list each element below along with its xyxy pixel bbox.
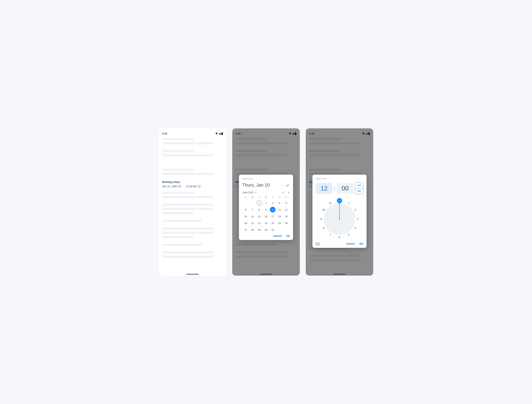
signal-icon bbox=[218, 133, 221, 135]
ok-button[interactable]: OK bbox=[359, 242, 363, 245]
calendar-day[interactable]: 3 bbox=[270, 200, 276, 206]
calendar-day[interactable]: 20 bbox=[243, 220, 248, 226]
clock-hand bbox=[339, 203, 340, 219]
calendar-day[interactable]: 15 bbox=[256, 214, 262, 219]
prev-month-button[interactable] bbox=[282, 191, 284, 194]
cancel-button[interactable]: Cancel bbox=[346, 242, 355, 245]
calendar-day[interactable]: 31 bbox=[270, 227, 276, 233]
status-icons bbox=[289, 132, 296, 135]
signal-icon bbox=[365, 133, 368, 135]
clock-number[interactable]: 1 bbox=[346, 201, 351, 206]
status-bar: 9:30 bbox=[306, 128, 373, 137]
signal-icon bbox=[292, 133, 294, 135]
wifi-icon bbox=[215, 133, 218, 135]
modal-actions: Cancel Ok bbox=[242, 234, 290, 237]
calendar-day[interactable]: 24 bbox=[270, 220, 276, 226]
home-indicator bbox=[186, 274, 199, 274]
calendar-day[interactable]: 25 bbox=[277, 220, 282, 226]
modal-headline: Thurs, Jan 10 bbox=[242, 183, 270, 188]
month-label: June 2021 bbox=[242, 191, 254, 194]
clock-number[interactable]: 9 bbox=[319, 216, 324, 221]
clock-number[interactable]: 8 bbox=[321, 226, 326, 231]
clock-number[interactable]: 12 bbox=[337, 198, 342, 203]
date-button[interactable]: Jan 10, 1980 bbox=[162, 185, 181, 188]
home-indicator bbox=[333, 274, 346, 274]
calendar-day[interactable]: 21 bbox=[250, 220, 255, 226]
calendar-day[interactable]: 10 bbox=[270, 207, 276, 212]
calendar-day[interactable]: 30 bbox=[263, 227, 269, 233]
status-time: 9:30 bbox=[309, 132, 314, 135]
time-value: 12:00 AM bbox=[186, 185, 197, 188]
clock-center bbox=[339, 218, 340, 220]
clock[interactable]: 121234567891011 bbox=[318, 197, 361, 240]
calendar-day[interactable]: 4 bbox=[277, 200, 282, 206]
calendar-day[interactable]: 6 bbox=[243, 207, 248, 212]
calendar-day[interactable]: 19 bbox=[284, 214, 289, 219]
calendar-day[interactable]: 8 bbox=[256, 207, 262, 212]
minute-box[interactable]: 00 bbox=[337, 183, 353, 194]
battery-icon bbox=[368, 132, 370, 135]
clock-number[interactable]: 5 bbox=[346, 232, 351, 237]
clock-number[interactable]: 3 bbox=[355, 216, 360, 221]
month-nav: June 2021 bbox=[242, 191, 290, 194]
clock-number[interactable]: 10 bbox=[321, 207, 326, 212]
clock-icon bbox=[198, 185, 201, 188]
am-button[interactable]: AM bbox=[355, 183, 363, 188]
date-value: Jan 10, 1980 bbox=[162, 185, 177, 188]
calendar-day[interactable]: 29 bbox=[256, 227, 262, 233]
battery-icon bbox=[221, 132, 223, 135]
clock-number[interactable]: 11 bbox=[328, 201, 333, 206]
calendar-day[interactable]: 27 bbox=[243, 227, 248, 233]
clock-number[interactable]: 4 bbox=[353, 226, 358, 231]
calendar-day[interactable]: 17 bbox=[270, 214, 276, 219]
chevron-down-icon bbox=[255, 192, 257, 193]
month-dropdown[interactable]: June 2021 bbox=[242, 191, 257, 194]
calendar-dow: S M T W T F S bbox=[242, 196, 290, 199]
clock-number[interactable]: 7 bbox=[328, 232, 333, 237]
time-picker-modal: Select Time 12 : 00 AM PM 12123456789101… bbox=[312, 175, 367, 248]
calendar-day[interactable]: 23 bbox=[263, 220, 269, 226]
datetime-row: Jan 10, 1980 12:00 AM bbox=[162, 185, 223, 188]
calendar-day[interactable]: 26 bbox=[284, 220, 289, 226]
status-icons bbox=[215, 132, 223, 135]
edit-icon[interactable] bbox=[286, 183, 290, 187]
keyboard-icon[interactable] bbox=[316, 242, 319, 245]
modal-headline-row: Thurs, Jan 10 bbox=[242, 183, 290, 188]
status-time: 9:30 bbox=[236, 132, 241, 135]
calendar-day[interactable]: 13 bbox=[243, 214, 248, 219]
time-button[interactable]: 12:00 AM bbox=[186, 185, 201, 188]
modal-eyebrow: Select Date bbox=[242, 177, 290, 180]
next-month-button[interactable] bbox=[287, 191, 290, 194]
calendar-day[interactable]: 14 bbox=[250, 214, 255, 219]
calendar-day[interactable]: 28 bbox=[250, 227, 255, 233]
calendar-day[interactable]: 22 bbox=[256, 220, 262, 226]
calendar-day[interactable]: 12 bbox=[284, 207, 289, 212]
status-bar: 9:30 bbox=[159, 128, 226, 137]
phone-timepicker: 9:30 Birt Jan bbox=[306, 128, 373, 276]
calendar-day[interactable]: 9 bbox=[263, 207, 269, 212]
calendar-day[interactable]: 18 bbox=[277, 214, 282, 219]
ok-button[interactable]: Ok bbox=[286, 234, 290, 237]
battery-icon bbox=[295, 132, 296, 135]
calendar-grid: 1234567891011121314151617181920212223242… bbox=[242, 200, 290, 233]
wifi-icon bbox=[362, 133, 365, 135]
date-picker-modal: Select Date Thurs, Jan 10 June 2021 S M … bbox=[239, 175, 293, 240]
status-time: 9:30 bbox=[162, 132, 167, 135]
ampm-toggle: AM PM bbox=[355, 183, 363, 194]
calendar-day[interactable]: 5 bbox=[284, 200, 289, 206]
home-indicator bbox=[260, 274, 272, 274]
event-label: Birthday Party bbox=[162, 181, 223, 183]
time-footer: Cancel OK bbox=[316, 242, 363, 245]
time-display: 12 : 00 AM PM bbox=[316, 183, 363, 194]
status-icons bbox=[362, 132, 370, 135]
cancel-button[interactable]: Cancel bbox=[273, 234, 282, 237]
calendar-day[interactable]: 11 bbox=[277, 207, 282, 212]
calendar-day[interactable]: 7 bbox=[250, 207, 255, 212]
calendar-day[interactable]: 2 bbox=[263, 200, 269, 206]
clock-number[interactable]: 6 bbox=[337, 235, 342, 240]
calendar-day[interactable]: 16 bbox=[263, 214, 269, 219]
calendar-day[interactable]: 1 bbox=[256, 200, 262, 206]
clock-number[interactable]: 2 bbox=[353, 207, 358, 212]
pm-button[interactable]: PM bbox=[355, 188, 363, 194]
hour-box[interactable]: 12 bbox=[316, 183, 332, 194]
